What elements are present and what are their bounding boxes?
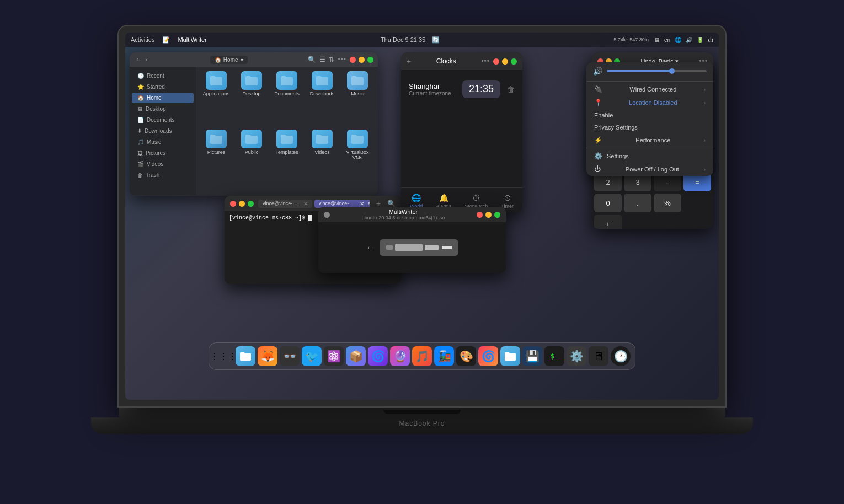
mw-window-controls bbox=[477, 212, 500, 218]
topbar-right: 5.74k↑ 547.30k↓ 🖥 en 🌐 🔊 🔋 ⏻ bbox=[613, 37, 713, 43]
dock-apps-grid[interactable]: ⋮⋮⋮ bbox=[213, 346, 233, 366]
dock-train[interactable]: 🚂 bbox=[434, 346, 454, 366]
search-icon[interactable]: 🔍 bbox=[387, 200, 396, 207]
usb-port bbox=[386, 245, 393, 250]
close-button[interactable] bbox=[477, 212, 483, 218]
clocks-more-menu[interactable]: ••• bbox=[481, 57, 490, 65]
usb-connector bbox=[442, 246, 452, 249]
folder-icon bbox=[276, 130, 297, 148]
minimize-button[interactable] bbox=[359, 57, 365, 63]
folder-icon bbox=[241, 71, 262, 90]
dock-terminal[interactable]: $_ bbox=[544, 346, 564, 366]
laptop-base bbox=[119, 406, 725, 417]
dock-twitter[interactable]: 🐦 bbox=[302, 346, 322, 366]
nav-back-button[interactable]: ‹ bbox=[134, 55, 141, 65]
file-item-downloads[interactable]: Downloads bbox=[306, 71, 338, 126]
file-item-pictures[interactable]: Pictures bbox=[200, 130, 232, 190]
more-menu[interactable]: ••• bbox=[338, 56, 346, 63]
sidebar-item-desktop[interactable]: 🖥 Desktop bbox=[132, 104, 194, 114]
tray-performance-item[interactable]: ⚡ Performance › bbox=[586, 133, 713, 147]
tray-location-item[interactable]: 📍 Location Disabled › bbox=[586, 96, 713, 109]
dock-appstore[interactable]: 📦 bbox=[346, 346, 366, 366]
close-button[interactable] bbox=[350, 57, 356, 63]
dock-figma[interactable]: 🎨 bbox=[456, 346, 476, 366]
file-item-videos[interactable]: Videos bbox=[306, 130, 338, 190]
dock-clock[interactable]: 🕐 bbox=[611, 346, 631, 366]
calc-0-button[interactable]: 0 bbox=[594, 194, 622, 212]
close-button[interactable] bbox=[230, 201, 236, 207]
close-button[interactable] bbox=[493, 58, 499, 65]
file-item-applications[interactable]: Applications bbox=[200, 71, 232, 126]
sidebar-item-trash[interactable]: 🗑 Trash bbox=[132, 170, 194, 180]
restore-button[interactable] bbox=[324, 212, 330, 218]
calc-percent-button[interactable]: % bbox=[654, 194, 681, 212]
volume-slider[interactable] bbox=[607, 70, 707, 72]
tray-settings-item[interactable]: ⚙️ Settings bbox=[586, 149, 713, 163]
tab-close-icon[interactable]: ✕ bbox=[303, 201, 308, 207]
minimize-button[interactable] bbox=[239, 201, 245, 207]
sidebar-item-downloads[interactable]: ⬇ Downloads bbox=[132, 126, 194, 136]
minimize-button[interactable] bbox=[502, 58, 508, 65]
file-name: Applications bbox=[203, 91, 230, 96]
calc-decimal-button[interactable]: . bbox=[624, 194, 651, 212]
audio-icon: 🔊 bbox=[686, 37, 692, 43]
dock-files[interactable] bbox=[236, 346, 255, 366]
sidebar-item-documents[interactable]: 📄 Documents bbox=[132, 115, 194, 125]
dock-app3[interactable]: 🌀 bbox=[478, 346, 498, 366]
laptop-notch bbox=[383, 410, 461, 414]
nav-forward-button[interactable]: › bbox=[143, 55, 149, 65]
tray-privacy-item[interactable]: Privacy Settings bbox=[586, 121, 713, 133]
sidebar-item-home[interactable]: 🏠 Home bbox=[132, 93, 194, 103]
calc-plus-button[interactable]: + bbox=[594, 215, 622, 229]
multiwriter-titlebar: MultiWriter ubuntu-20.04.3-desktop-amd64… bbox=[318, 207, 506, 222]
trash-icon: 🗑 bbox=[137, 172, 143, 178]
minimize-button[interactable] bbox=[485, 212, 492, 218]
arrow-icon: › bbox=[704, 167, 706, 173]
search-icon[interactable]: 🔍 bbox=[308, 56, 316, 63]
dock-music[interactable]: 🎵 bbox=[412, 346, 432, 366]
activities-button[interactable]: Activities bbox=[131, 36, 154, 43]
tray-wired-item[interactable]: 🔌 Wired Connected › bbox=[586, 83, 713, 96]
sidebar-item-videos[interactable]: 🎬 Videos bbox=[132, 159, 194, 169]
dock-atom[interactable]: ⚛️ bbox=[324, 346, 344, 366]
dock-folder2[interactable] bbox=[500, 346, 520, 366]
sidebar-item-recent[interactable]: 🕐 Recent bbox=[132, 71, 194, 81]
sort-icon[interactable]: ⇅ bbox=[329, 56, 334, 63]
file-item-templates[interactable]: Templates bbox=[271, 130, 303, 190]
volume-fill bbox=[607, 70, 672, 72]
terminal-tab-1[interactable]: vince@vince-ms7c88:~ ✕ bbox=[258, 200, 312, 208]
network-icon: 🌐 bbox=[675, 37, 681, 43]
dock-app4[interactable]: 💾 bbox=[522, 346, 542, 366]
dock-app2[interactable]: 🔮 bbox=[390, 346, 410, 366]
maximize-button[interactable] bbox=[367, 57, 373, 63]
dock-eye-app[interactable]: 👓 bbox=[280, 346, 300, 366]
mw-title-info: MultiWriter ubuntu-20.04.3-desktop-amd64… bbox=[362, 208, 445, 221]
tray-power-item[interactable]: ⏻ Power Off / Log Out › bbox=[586, 163, 713, 176]
clock-timezone: Current timezone bbox=[409, 90, 451, 96]
delete-clock-button[interactable]: 🗑 bbox=[507, 85, 515, 94]
file-item-public[interactable]: Public bbox=[236, 130, 268, 190]
maximize-button[interactable] bbox=[248, 201, 254, 207]
dock-firefox[interactable]: 🦊 bbox=[258, 346, 277, 366]
dock-settings[interactable]: ⚙️ bbox=[567, 346, 586, 366]
dock-app1[interactable]: 🌀 bbox=[368, 346, 388, 366]
sidebar-item-pictures[interactable]: 🖼 Pictures bbox=[132, 148, 194, 158]
folder-icon bbox=[206, 130, 227, 148]
view-toggle[interactable]: ☰ bbox=[319, 56, 325, 63]
file-name: VirtualBox VMs bbox=[341, 149, 373, 160]
file-item-virtualbox[interactable]: VirtualBox VMs bbox=[341, 130, 373, 190]
tray-enable-item[interactable]: Enable bbox=[586, 109, 713, 121]
sidebar-item-starred[interactable]: ⭐ Starred bbox=[132, 82, 194, 92]
add-clock-button[interactable]: + bbox=[407, 57, 411, 66]
maximize-button[interactable] bbox=[511, 58, 517, 65]
documents-icon: 📄 bbox=[137, 117, 144, 123]
settings-label: Settings bbox=[607, 153, 629, 159]
tab-close-icon[interactable]: ✕ bbox=[360, 201, 364, 207]
sidebar-item-music[interactable]: 🎵 Music bbox=[132, 137, 194, 147]
dock-disk[interactable]: 🖥 bbox=[589, 346, 608, 366]
file-item-music[interactable]: Music bbox=[341, 71, 373, 126]
file-item-desktop[interactable]: Desktop bbox=[236, 71, 268, 126]
maximize-button[interactable] bbox=[494, 212, 500, 218]
file-item-documents[interactable]: Documents bbox=[271, 71, 303, 126]
lang-indicator: en bbox=[664, 37, 670, 43]
